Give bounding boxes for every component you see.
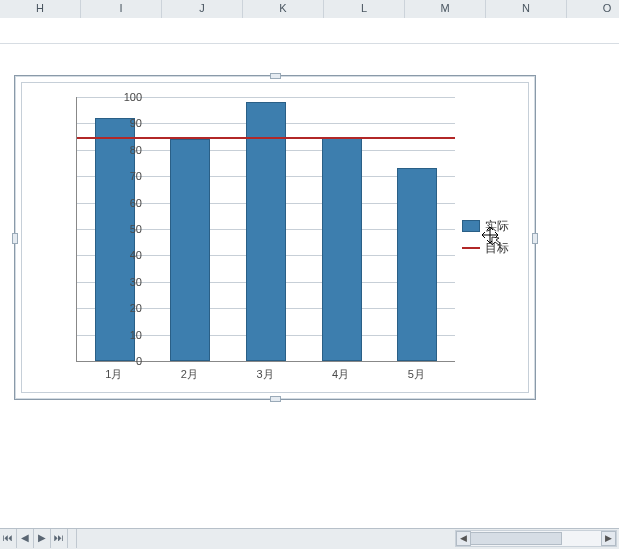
tab-nav-next[interactable]: ▶ (34, 529, 51, 548)
column-header[interactable]: O (567, 0, 619, 18)
horizontal-scrollbar[interactable]: ◀ ▶ (455, 530, 617, 547)
legend-item-actual[interactable]: 实际 (462, 215, 518, 237)
y-axis-tick-label: 50 (116, 223, 142, 235)
y-axis-tick-label: 70 (116, 170, 142, 182)
legend-swatch-bar (462, 220, 480, 232)
legend-swatch-line (462, 247, 480, 249)
chart-object[interactable]: 实际 目标 01020304050607080901001月2月3月4月5月 (14, 75, 536, 400)
scroll-left-arrow[interactable]: ◀ (456, 531, 471, 546)
worksheet-grid[interactable] (0, 18, 619, 44)
target-line[interactable] (77, 137, 455, 139)
y-axis-tick-label: 30 (116, 276, 142, 288)
bar-actual[interactable] (397, 168, 437, 361)
x-axis-tick-label: 1月 (84, 367, 144, 382)
y-axis-tick-label: 10 (116, 329, 142, 341)
legend-item-target[interactable]: 目标 (462, 237, 518, 259)
x-axis-tick-label: 4月 (311, 367, 371, 382)
scroll-thumb[interactable] (470, 532, 562, 545)
column-header-row: H I J K L M N O (0, 0, 619, 19)
column-header[interactable]: M (405, 0, 486, 18)
sheet-tab-bar: ⏮ ◀ ▶ ⏭ ◀ ▶ (0, 528, 619, 549)
column-header[interactable]: J (162, 0, 243, 18)
column-header[interactable]: H (0, 0, 81, 18)
bar-actual[interactable] (170, 139, 210, 361)
resize-handle-bottom[interactable] (270, 396, 281, 402)
legend-label: 实际 (485, 218, 509, 235)
bar-actual[interactable] (246, 102, 286, 361)
column-header[interactable]: I (81, 0, 162, 18)
tab-nav-first[interactable]: ⏮ (0, 529, 17, 548)
y-axis-tick-label: 90 (116, 117, 142, 129)
column-header[interactable]: K (243, 0, 324, 18)
y-axis-tick-label: 100 (116, 91, 142, 103)
scroll-right-arrow[interactable]: ▶ (601, 531, 616, 546)
resize-handle-top[interactable] (270, 73, 281, 79)
y-axis-tick-label: 60 (116, 197, 142, 209)
bar-actual[interactable] (322, 137, 362, 361)
y-axis-tick-label: 0 (116, 355, 142, 367)
tab-nav-last[interactable]: ⏭ (51, 529, 68, 548)
tab-nav-prev[interactable]: ◀ (17, 529, 34, 548)
x-axis-tick-label: 5月 (386, 367, 446, 382)
column-header[interactable]: L (324, 0, 405, 18)
legend-label: 目标 (485, 240, 509, 257)
tab-spacer (68, 529, 77, 548)
x-axis-tick-label: 3月 (235, 367, 295, 382)
resize-handle-right[interactable] (532, 233, 538, 244)
y-axis-tick-label: 40 (116, 249, 142, 261)
chart-legend[interactable]: 实际 目标 (462, 215, 518, 259)
y-axis-tick-label: 20 (116, 302, 142, 314)
y-axis-tick-label: 80 (116, 144, 142, 156)
x-axis-tick-label: 2月 (159, 367, 219, 382)
column-header[interactable]: N (486, 0, 567, 18)
chart-surface[interactable]: 实际 目标 01020304050607080901001月2月3月4月5月 (21, 82, 529, 393)
resize-handle-left[interactable] (12, 233, 18, 244)
